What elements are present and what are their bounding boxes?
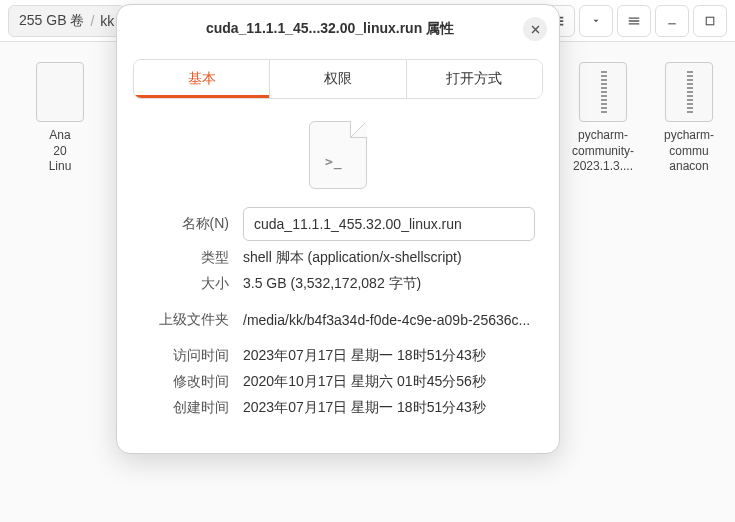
shell-script-icon bbox=[309, 121, 367, 189]
breadcrumb-volume: 255 GB 卷 bbox=[19, 12, 84, 30]
file-label: pycharm- community- 2023.1.3.... bbox=[572, 128, 634, 173]
file-item[interactable]: pycharm- commu anacon bbox=[659, 62, 719, 175]
file-icon bbox=[36, 62, 84, 122]
close-icon bbox=[530, 24, 541, 35]
maximize-button[interactable] bbox=[693, 5, 727, 37]
close-button[interactable] bbox=[523, 17, 547, 41]
value-parent: /media/kk/b4f3a34d-f0de-4c9e-a09b-25636c… bbox=[243, 312, 535, 328]
archive-icon bbox=[665, 62, 713, 122]
maximize-icon bbox=[704, 15, 716, 27]
dialog-header: cuda_11.1.1_45...32.00_linux.run 属性 bbox=[117, 5, 559, 53]
minimize-icon bbox=[666, 15, 678, 27]
row-parent: 上级文件夹 /media/kk/b4f3a34d-f0de-4c9e-a09b-… bbox=[141, 311, 535, 329]
label-mtime: 修改时间 bbox=[141, 373, 229, 391]
tab-permissions[interactable]: 权限 bbox=[270, 60, 406, 98]
tab-open-with[interactable]: 打开方式 bbox=[407, 60, 542, 98]
hamburger-icon bbox=[627, 14, 641, 28]
archive-icon bbox=[579, 62, 627, 122]
breadcrumb[interactable]: 255 GB 卷 / kk bbox=[8, 5, 125, 37]
value-atime: 2023年07月17日 星期一 18时51分43秒 bbox=[243, 347, 535, 365]
tab-basic[interactable]: 基本 bbox=[134, 60, 270, 98]
file-label: pycharm- commu anacon bbox=[664, 128, 714, 173]
row-ctime: 创建时间 2023年07月17日 星期一 18时51分43秒 bbox=[141, 399, 535, 417]
breadcrumb-folder: kk bbox=[100, 13, 114, 29]
label-ctime: 创建时间 bbox=[141, 399, 229, 417]
label-parent: 上级文件夹 bbox=[141, 311, 229, 329]
row-type: 类型 shell 脚本 (application/x-shellscript) bbox=[141, 249, 535, 267]
row-size: 大小 3.5 GB (3,532,172,082 字节) bbox=[141, 275, 535, 293]
row-atime: 访问时间 2023年07月17日 星期一 18时51分43秒 bbox=[141, 347, 535, 365]
dialog-title: cuda_11.1.1_45...32.00_linux.run 属性 bbox=[137, 20, 523, 38]
label-atime: 访问时间 bbox=[141, 347, 229, 365]
chevron-down-icon bbox=[591, 16, 601, 26]
value-ctime: 2023年07月17日 星期一 18时51分43秒 bbox=[243, 399, 535, 417]
label-size: 大小 bbox=[141, 275, 229, 293]
value-mtime: 2020年10月17日 星期六 01时45分56秒 bbox=[243, 373, 535, 391]
value-type: shell 脚本 (application/x-shellscript) bbox=[243, 249, 535, 267]
name-input[interactable] bbox=[243, 207, 535, 241]
row-name: 名称(N) bbox=[141, 207, 535, 241]
breadcrumb-separator: / bbox=[86, 13, 98, 29]
file-label: Ana 20 Linu bbox=[49, 128, 72, 173]
svg-rect-1 bbox=[706, 17, 714, 25]
row-mtime: 修改时间 2020年10月17日 星期六 01时45分56秒 bbox=[141, 373, 535, 391]
view-dropdown-button[interactable] bbox=[579, 5, 613, 37]
minimize-button[interactable] bbox=[655, 5, 689, 37]
value-size: 3.5 GB (3,532,172,082 字节) bbox=[243, 275, 535, 293]
file-item[interactable]: Ana 20 Linu bbox=[16, 62, 104, 175]
fields: 名称(N) 类型 shell 脚本 (application/x-shellsc… bbox=[117, 207, 559, 453]
label-name: 名称(N) bbox=[141, 215, 229, 233]
svg-rect-0 bbox=[668, 23, 676, 24]
label-type: 类型 bbox=[141, 249, 229, 267]
file-item[interactable]: pycharm- community- 2023.1.3.... bbox=[559, 62, 647, 175]
file-preview bbox=[117, 121, 559, 189]
tab-bar: 基本 权限 打开方式 bbox=[133, 59, 543, 99]
menu-button[interactable] bbox=[617, 5, 651, 37]
properties-dialog: cuda_11.1.1_45...32.00_linux.run 属性 基本 权… bbox=[116, 4, 560, 454]
